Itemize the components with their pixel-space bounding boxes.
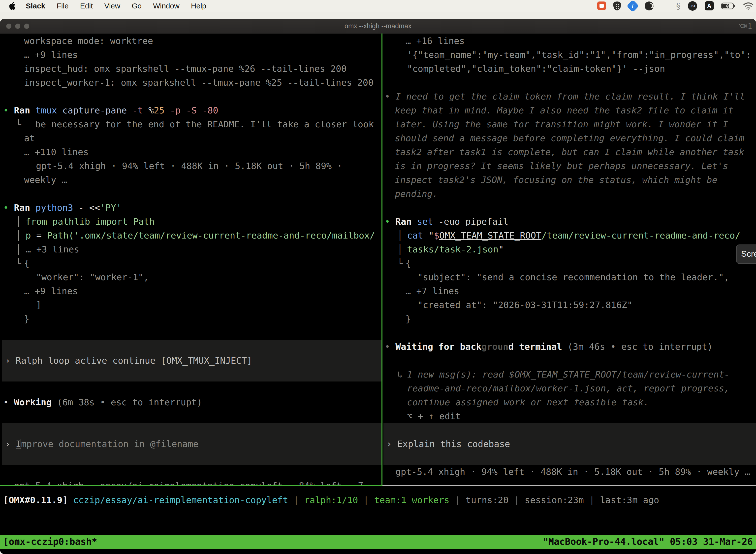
terminal-text: mprove documentation in @filename <box>21 439 198 449</box>
terminal-line: … +110 lines <box>0 145 381 159</box>
terminal-line-text: gpt-5.4 xhigh · 94% left · 488K in · 5.1… <box>36 159 342 173</box>
terminal-line: at <box>0 131 381 145</box>
terminal-line-text: … +16 lines <box>405 34 464 48</box>
menu-item-file[interactable]: File <box>57 2 68 10</box>
terminal-line-text: gpt-5.4 xhigh · 94% left · 488K in · 5.1… <box>395 465 750 479</box>
active-pane-border <box>0 485 382 486</box>
terminal-text: be necessary for the end of the README. … <box>35 119 374 129</box>
terminal-text: from pathlib import Path <box>25 216 154 227</box>
terminal-text: -euo pipefail <box>439 216 508 227</box>
terminal-line-text: › Explain this codebase <box>386 437 510 451</box>
terminal-text: Working <box>14 397 57 407</box>
terminal-line-text: p = Path('.omx/state/team/review-current… <box>25 229 375 242</box>
terminal-pane-right[interactable]: … +16 lines'{"team_name":"my-team","task… <box>381 34 756 485</box>
terminal-text: should send a message before completing … <box>395 133 744 143</box>
menu-item-help[interactable]: Help <box>191 2 206 10</box>
terminal-text: python3 <box>36 203 78 213</box>
terminal-text: Waiting for back <box>395 341 482 352</box>
terminal-text: keep that in mind. Maybe I also need the… <box>395 105 734 115</box>
terminal-line-text: ] <box>36 298 42 312</box>
terminal-line: "worker": "worker-1", <box>0 270 381 284</box>
gutter-pipe-icon: │ <box>16 229 21 242</box>
terminal-line: ⌥ + ↑ edit <box>381 409 756 423</box>
terminal-line-text: • Working (6m 38s • esc to interrupt) <box>3 395 202 409</box>
terminal-text: session:23m <box>524 495 589 505</box>
terminal-text: '{"team_name":"my-team","task_id":"1","f… <box>407 50 751 60</box>
tmux-session-label: [omx-cczip0:bash* <box>3 535 97 549</box>
terminal-line-text: at <box>24 131 35 145</box>
terminal-line-text: inspect_worker-1: omx sparkshell --tmux-… <box>24 76 374 90</box>
terminal-text: "worker": "worker-1", <box>36 272 149 282</box>
terminal-line: gpt-5.4 xhigh · 94% left · 488K in · 5.1… <box>0 159 381 173</box>
terminal-text: | <box>455 495 465 505</box>
prompt-suggestion[interactable]: › Explain this codebase <box>381 437 756 451</box>
terminal-line-text: • Ran set -euo pipefail <box>385 215 508 229</box>
terminal-line: │from pathlib import Path <box>0 215 381 229</box>
ralph-loop-status: › Ralph loop active continue [OMX_TMUX_I… <box>0 354 381 368</box>
terminal-line: • Ran tmux capture-pane -t %25 -p -S -80 <box>0 104 381 117</box>
terminal-text: workspace_mode: worktree <box>24 36 153 46</box>
terminal-line: inspect_hud: omx sparkshell --tmux-pane … <box>0 62 381 76</box>
terminal-pane-left[interactable]: workspace_mode: worktree… +9 linesinspec… <box>0 34 381 485</box>
terminal-text: (3m 46s • esc to interrupt) <box>567 341 712 352</box>
terminal-line-text: task2 after task1 is complete, but can I… <box>395 145 744 159</box>
menu-item-go[interactable]: Go <box>132 2 142 10</box>
menu-item-view[interactable]: View <box>104 2 120 10</box>
terminal-text: at <box>24 133 35 143</box>
chat-icon[interactable] <box>597 1 606 10</box>
battery-icon[interactable] <box>721 2 736 10</box>
terminal-line-text: "worker": "worker-1", <box>36 270 149 284</box>
terminal-text: … +16 lines <box>405 36 464 46</box>
terminal-line-text: keep that in mind. Maybe I also need the… <box>395 104 734 117</box>
menu-item-window[interactable]: Window <box>153 2 180 10</box>
terminal-text: continue assigned work or next feasible … <box>407 397 649 407</box>
gutter-arrow-icon: ↳ <box>397 368 403 382</box>
model-status: gpt-5.4 xhigh · 94% left · 488K in · 5.1… <box>381 465 756 479</box>
terminal-text: inspect task2's JSON, focusing on the st… <box>395 175 717 185</box>
dots-grid-icon[interactable] <box>661 2 669 10</box>
badge-61-icon[interactable]: ..61 <box>688 1 697 11</box>
terminal-text: › Explain this codebase <box>386 439 510 449</box>
gutter-pipe-icon: │ <box>16 242 21 257</box>
terminal-text: … +7 lines <box>405 286 459 296</box>
menu-status-icons: / § ..61 A <box>597 0 754 12</box>
wifi-icon[interactable] <box>743 2 754 10</box>
terminal-text: 'PY' <box>100 203 122 213</box>
terminal-line: is in progress? It seems likely but perh… <box>381 159 756 173</box>
terminal-text: } <box>24 314 29 324</box>
terminal-text: I need to get the claim token from the c… <box>395 91 745 102</box>
terminal-text: OMX_TEAM_STATE_ROOT <box>439 230 542 240</box>
terminal-line-text: tasks/task-2.json" <box>407 242 504 257</box>
terminal-line: │… +3 lines <box>0 242 381 257</box>
terminal-text: • <box>3 105 14 115</box>
terminal-text: ralph:1/10 <box>304 495 363 505</box>
terminal-line-text: … +9 lines <box>24 48 78 62</box>
a-app-icon[interactable]: A <box>705 1 714 10</box>
squiggle-icon[interactable]: § <box>676 1 680 11</box>
terminal-line-text: should send a message before completing … <box>395 131 744 145</box>
terminal-text: … +9 lines <box>24 50 78 60</box>
dark-circle-icon[interactable] <box>645 1 653 10</box>
terminal-text: "created_at": "2026-03-31T11:59:27.816Z" <box>418 300 632 310</box>
terminal-text: › <box>5 439 16 449</box>
menu-item-app[interactable]: Slack <box>26 2 45 10</box>
terminal-line: "subject": "send a concise recommendatio… <box>381 270 756 284</box>
shield-icon[interactable] <box>613 1 621 10</box>
terminal-line-text: be necessary for the end of the README. … <box>35 117 374 131</box>
terminal-line-text: pending. <box>395 187 438 201</box>
gutter-pipe-icon: │ <box>397 229 403 242</box>
terminal-text: cat <box>407 230 429 240</box>
prompt-input[interactable]: › Improve documentation in @filename <box>0 437 381 451</box>
model-status: gpt-5.4 xhigh · essay/ai-reimplementatio… <box>0 479 381 485</box>
terminal-line: • Ran python3 - <<'PY' <box>0 201 381 215</box>
apple-menu-icon[interactable] <box>9 1 16 10</box>
pane-divider[interactable] <box>381 34 382 485</box>
terminal-line-text: { <box>24 257 29 270</box>
blue-app-icon[interactable]: / <box>627 0 639 12</box>
terminal-text: -p -S -80 <box>170 105 218 115</box>
terminal-text: • <box>385 341 395 352</box>
window-title-bar: omx --xhigh --madmax ⌥⌘1 <box>0 19 756 34</box>
terminal-line: "created_at": "2026-03-31T11:59:27.816Z" <box>381 298 756 312</box>
menu-item-edit[interactable]: Edit <box>80 2 93 10</box>
terminal-text: % <box>148 105 154 115</box>
